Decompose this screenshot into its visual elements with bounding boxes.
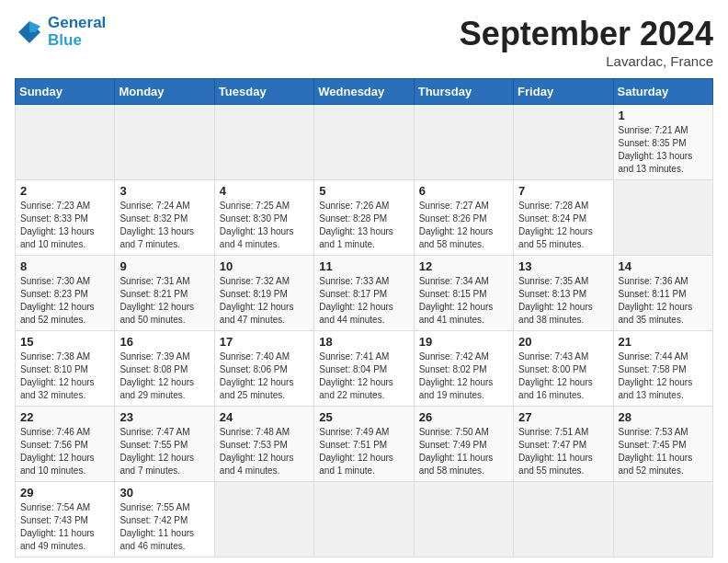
calendar-day: 16Sunrise: 7:39 AMSunset: 8:08 PMDayligh…: [115, 331, 214, 407]
calendar-day: 12Sunrise: 7:34 AMSunset: 8:15 PMDayligh…: [414, 256, 513, 331]
calendar-day: [314, 482, 414, 557]
logo: General Blue: [15, 15, 106, 49]
empty-cell: [314, 105, 414, 180]
calendar-day: 4Sunrise: 7:25 AMSunset: 8:30 PMDaylight…: [214, 180, 313, 256]
calendar-day: 8Sunrise: 7:30 AMSunset: 8:23 PMDaylight…: [16, 256, 115, 331]
calendar-day: [214, 482, 313, 557]
calendar-week-row: 1Sunrise: 7:21 AMSunset: 8:35 PMDaylight…: [16, 105, 713, 180]
title-block: September 2024 Lavardac, France: [460, 15, 713, 69]
calendar-day: 23Sunrise: 7:47 AMSunset: 7:55 PMDayligh…: [115, 407, 214, 482]
header-day-friday: Friday: [514, 79, 613, 105]
calendar-day: 18Sunrise: 7:41 AMSunset: 8:04 PMDayligh…: [314, 331, 414, 407]
calendar-day: 29Sunrise: 7:54 AMSunset: 7:43 PMDayligh…: [16, 482, 115, 557]
calendar-day: 19Sunrise: 7:42 AMSunset: 8:02 PMDayligh…: [414, 331, 513, 407]
empty-cell: [16, 105, 115, 180]
month-title: September 2024: [460, 15, 713, 53]
calendar-day: [613, 180, 712, 256]
calendar-table: SundayMondayTuesdayWednesdayThursdayFrid…: [15, 78, 713, 557]
calendar-day: 2Sunrise: 7:23 AMSunset: 8:33 PMDaylight…: [16, 180, 115, 256]
calendar-day: 20Sunrise: 7:43 AMSunset: 8:00 PMDayligh…: [514, 331, 613, 407]
calendar-week-row: 22Sunrise: 7:46 AMSunset: 7:56 PMDayligh…: [16, 407, 713, 482]
calendar-week-row: 15Sunrise: 7:38 AMSunset: 8:10 PMDayligh…: [16, 331, 713, 407]
calendar-day: 7Sunrise: 7:28 AMSunset: 8:24 PMDaylight…: [514, 180, 613, 256]
calendar-day: 22Sunrise: 7:46 AMSunset: 7:56 PMDayligh…: [16, 407, 115, 482]
calendar-day: 9Sunrise: 7:31 AMSunset: 8:21 PMDaylight…: [115, 256, 214, 331]
calendar-day: 1Sunrise: 7:21 AMSunset: 8:35 PMDaylight…: [613, 105, 712, 180]
calendar-day: 14Sunrise: 7:36 AMSunset: 8:11 PMDayligh…: [613, 256, 712, 331]
logo-line2: Blue: [48, 32, 106, 50]
header-day-sunday: Sunday: [16, 79, 115, 105]
calendar-day: 6Sunrise: 7:27 AMSunset: 8:26 PMDaylight…: [414, 180, 513, 256]
calendar-day: 25Sunrise: 7:49 AMSunset: 7:51 PMDayligh…: [314, 407, 414, 482]
page-header: General Blue September 2024 Lavardac, Fr…: [15, 15, 713, 69]
calendar-day: 10Sunrise: 7:32 AMSunset: 8:19 PMDayligh…: [214, 256, 313, 331]
empty-cell: [414, 105, 513, 180]
calendar-day: [414, 482, 513, 557]
calendar-week-row: 2Sunrise: 7:23 AMSunset: 8:33 PMDaylight…: [16, 180, 713, 256]
empty-cell: [214, 105, 313, 180]
calendar-day: 30Sunrise: 7:55 AMSunset: 7:42 PMDayligh…: [115, 482, 214, 557]
header-day-tuesday: Tuesday: [214, 79, 313, 105]
logo-line1: General: [48, 15, 106, 32]
calendar-day: 24Sunrise: 7:48 AMSunset: 7:53 PMDayligh…: [214, 407, 313, 482]
calendar-day: [613, 482, 712, 557]
calendar-day: 21Sunrise: 7:44 AMSunset: 7:58 PMDayligh…: [613, 331, 712, 407]
calendar-day: [514, 482, 613, 557]
calendar-day: 3Sunrise: 7:24 AMSunset: 8:32 PMDaylight…: [115, 180, 214, 256]
header-day-wednesday: Wednesday: [314, 79, 414, 105]
empty-cell: [514, 105, 613, 180]
calendar-week-row: 29Sunrise: 7:54 AMSunset: 7:43 PMDayligh…: [16, 482, 713, 557]
header-day-thursday: Thursday: [414, 79, 513, 105]
calendar-week-row: 8Sunrise: 7:30 AMSunset: 8:23 PMDaylight…: [16, 256, 713, 331]
calendar-day: 13Sunrise: 7:35 AMSunset: 8:13 PMDayligh…: [514, 256, 613, 331]
location: Lavardac, France: [460, 53, 713, 69]
calendar-day: 5Sunrise: 7:26 AMSunset: 8:28 PMDaylight…: [314, 180, 414, 256]
calendar-day: 11Sunrise: 7:33 AMSunset: 8:17 PMDayligh…: [314, 256, 414, 331]
calendar-header-row: SundayMondayTuesdayWednesdayThursdayFrid…: [16, 79, 713, 105]
calendar-day: 27Sunrise: 7:51 AMSunset: 7:47 PMDayligh…: [514, 407, 613, 482]
empty-cell: [115, 105, 214, 180]
calendar-day: 28Sunrise: 7:53 AMSunset: 7:45 PMDayligh…: [613, 407, 712, 482]
calendar-day: 15Sunrise: 7:38 AMSunset: 8:10 PMDayligh…: [16, 331, 115, 407]
calendar-day: 26Sunrise: 7:50 AMSunset: 7:49 PMDayligh…: [414, 407, 513, 482]
calendar-day: 17Sunrise: 7:40 AMSunset: 8:06 PMDayligh…: [214, 331, 313, 407]
header-day-saturday: Saturday: [613, 79, 712, 105]
header-day-monday: Monday: [115, 79, 214, 105]
logo-icon: [15, 17, 44, 47]
